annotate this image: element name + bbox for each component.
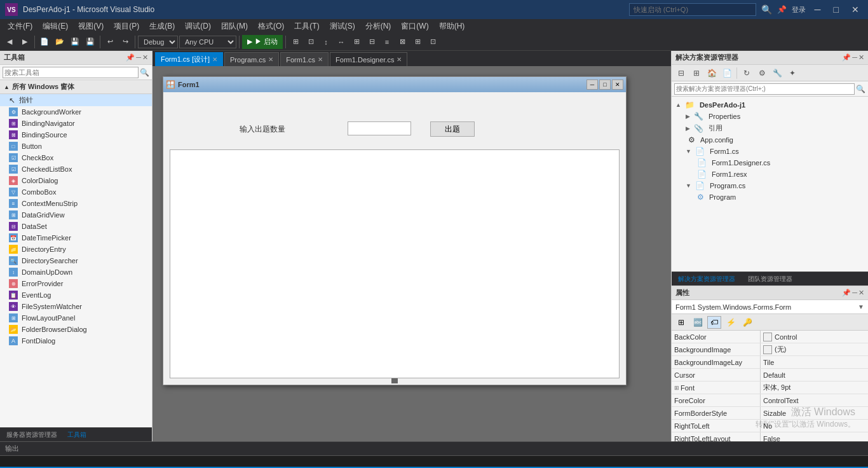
prop-row-bgimagelayout[interactable]: BackgroundImageLay Tile [672,356,868,369]
menu-test[interactable]: 测试(S) [325,19,360,33]
toolbar-saveall-btn[interactable]: 💾 [83,35,97,49]
prop-row-righttoleftlayout[interactable]: RightToLeftLayout False [672,432,868,441]
prop-prop-btn[interactable]: 🏷 [707,316,721,329]
se-toolbar-btn8[interactable]: ✦ [785,66,799,80]
menu-edit[interactable]: 编辑(E) [37,19,73,33]
prop-row-font[interactable]: ⊞ Font 宋体, 9pt [672,382,868,394]
se-tree-properties[interactable]: ▶ 🔧 Properties [672,111,868,122]
se-pin-btn[interactable]: 📌 [842,53,851,62]
se-search-input[interactable] [674,83,855,95]
toolbar-misc10[interactable]: ⊡ [426,35,440,49]
toolbox-item-folderbrowserdialog[interactable]: 📂 FolderBrowserDialog [0,324,152,335]
toolbox-item-dataset[interactable]: ⊟ DataSet [0,221,152,232]
tab-close-btn[interactable]: ✕ [397,56,402,63]
se-toolbar-btn2[interactable]: ⊞ [689,66,703,80]
form-resize-handle[interactable] [391,378,398,383]
form-textbox-count[interactable] [348,121,411,135]
se-tree-programcs[interactable]: ▼ 📄 Program.cs [672,180,868,191]
toolbox-item-domainupdown[interactable]: ↕ DomainUpDown [0,266,152,278]
tab-form1designer[interactable]: Form1.Designer.cs ✕ [330,52,407,66]
toolbox-item-directorysearcher[interactable]: 🔍 DirectorySearcher [0,255,152,266]
toolbar-misc4[interactable]: ↔ [334,35,348,49]
toolbox-item-eventlog[interactable]: 📋 EventLog [0,289,152,301]
prop-cat-btn[interactable]: ⊞ [674,316,688,329]
menu-project[interactable]: 项目(P) [109,19,144,33]
toolbox-item-fontdialog[interactable]: A FontDialog [0,335,152,347]
title-minimize-btn[interactable]: ─ [811,4,825,15]
toolbar-misc8[interactable]: ⊠ [395,35,409,49]
prop-object-selector[interactable]: Form1 System.Windows.Forms.Form ▼ [672,300,868,314]
se-toolbar-btn4[interactable]: 📄 [720,66,734,80]
toolbar-misc1[interactable]: ⊞ [288,35,302,49]
se-solution-tab[interactable]: 解决方案资源管理器 [674,273,739,285]
tab-programcs[interactable]: Program.cs ✕ [224,52,279,66]
toolbar-misc2[interactable]: ⊡ [304,35,318,49]
se-tree-references[interactable]: ▶ 📎 引用 [672,122,868,134]
toolbar-misc7[interactable]: ≡ [380,35,394,49]
prop-close-btn[interactable]: ✕ [858,289,864,297]
toolbox-item-bindingsource[interactable]: ⊠ BindingSource [0,129,152,141]
tab-form1cs[interactable]: Form1.cs ✕ [280,52,329,66]
form-minimize-btn[interactable]: ─ [587,79,598,90]
toolbox-item-directoryentry[interactable]: 📁 DirectoryEntry [0,244,152,255]
tab-close-btn[interactable]: ✕ [212,56,217,63]
menu-analyze[interactable]: 分析(N) [360,19,397,33]
menu-format[interactable]: 格式(O) [253,19,289,33]
title-maximize-btn[interactable]: □ [830,4,843,15]
toolbox-item-colordialog[interactable]: ◈ ColorDialog [0,175,152,186]
toolbox-item-backgroundworker[interactable]: ⚙ BackgroundWorker [0,106,152,118]
toolbar-open-btn[interactable]: 📂 [53,35,67,49]
toolbar-redo-btn[interactable]: ↪ [118,35,132,49]
prop-hide-btn[interactable]: ─ [852,289,857,297]
toolbox-item-checkbox[interactable]: ☑ CheckBox [0,152,152,163]
toolbar-back-btn[interactable]: ◀ [3,35,17,49]
form-button-generate[interactable]: 出题 [430,121,475,137]
menu-file[interactable]: 文件(F) [3,19,37,33]
menu-view[interactable]: 视图(V) [73,19,109,33]
toolbar-misc3[interactable]: ↕ [319,35,333,49]
prop-row-cursor[interactable]: Cursor Default [672,369,868,382]
prop-row-righttoleft[interactable]: RightToLeft No [672,420,868,432]
toolbox-item-datetimepicker[interactable]: 📅 DateTimePicker [0,232,152,244]
login-label[interactable]: 登录 [792,5,806,15]
prop-row-formborderstyle[interactable]: FormBorderStyle Sizable [672,407,868,420]
platform-select[interactable]: Any CPU [179,36,236,48]
prop-pin-btn[interactable]: 📌 [842,289,851,297]
toolbox-item-filesystemwatcher[interactable]: 👁 FileSystemWatcher [0,301,152,312]
toolbox-auto-hide-btn[interactable]: ─ [136,53,141,62]
prop-row-backcolor[interactable]: BackColor Control [672,331,868,343]
toolbox-pin-btn[interactable]: 📌 [126,53,135,62]
prop-key-btn[interactable]: 🔑 [740,316,754,329]
form-close-btn[interactable]: ✕ [612,79,623,90]
toolbox-item-button[interactable]: □ Button [0,141,152,152]
toolbox-item-contextmenustrip[interactable]: ≡ ContextMenuStrip [0,198,152,209]
se-tree-form1cs[interactable]: ▼ 📄 Form1.cs [672,146,868,157]
toolbox-close-btn[interactable]: ✕ [142,53,148,62]
se-tree-appconfig[interactable]: ⚙ App.config [672,134,868,146]
tab-close-btn[interactable]: ✕ [318,56,323,63]
toolbox-search-input[interactable] [3,67,139,78]
toolbox-item-flowlayoutpanel[interactable]: ⊞ FlowLayoutPanel [0,312,152,324]
title-close-btn[interactable]: ✕ [848,4,863,15]
se-tree-form1designer[interactable]: 📄 Form1.Designer.cs [672,157,868,169]
prop-event-btn[interactable]: ⚡ [724,316,738,329]
toolbox-item-checkedlistbox[interactable]: ☑ CheckedListBox [0,163,152,175]
prop-row-forecolor[interactable]: ForeColor ControlText [672,394,868,407]
menu-tools[interactable]: 工具(T) [289,19,324,33]
menu-team[interactable]: 团队(M) [216,19,253,33]
start-button[interactable]: ▶ ▶ 启动 [242,35,283,49]
toolbar-misc5[interactable]: ⊞ [349,35,363,49]
se-toolbar-btn3[interactable]: 🏠 [705,66,719,80]
toolbar-save-btn[interactable]: 💾 [68,35,82,49]
toolbox-item-datagridview[interactable]: ⊞ DataGridView [0,209,152,221]
tab-close-btn[interactable]: ✕ [268,56,273,63]
se-close-btn[interactable]: ✕ [858,53,864,62]
se-tree-form1resx[interactable]: 📄 Form1.resx [672,169,868,180]
se-toolbar-btn1[interactable]: ⊟ [674,66,688,80]
prop-alpha-btn[interactable]: 🔤 [691,316,705,329]
quick-launch-input[interactable] [629,3,756,16]
se-toolbar-btn6[interactable]: ⚙ [755,66,769,80]
se-tree-program[interactable]: ⚙ Program [672,191,868,203]
se-team-tab[interactable]: 团队资源管理器 [744,273,796,285]
se-toolbar-btn7[interactable]: 🔧 [770,66,784,80]
